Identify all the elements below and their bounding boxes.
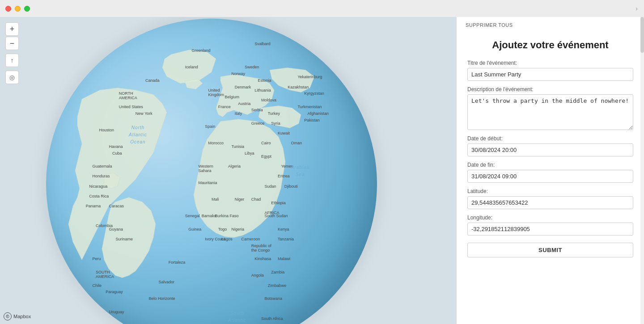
event-form: Ajoutez votre événement Titre de l'événe… [457, 17, 644, 268]
mapbox-logo: © Mapbox [4, 312, 31, 320]
mapbox-logo-icon: © [4, 312, 12, 320]
map-controls: + − ↑ ◎ [5, 22, 19, 84]
chevron-right-icon: › [636, 5, 638, 12]
right-panel: SUPPRIMER TOUS Ajoutez votre événement T… [456, 17, 644, 324]
latitude-field-group: Latitude: [467, 188, 633, 209]
map-attribution: © Mapbox [4, 312, 31, 320]
main-content: + − ↑ ◎ [0, 17, 644, 324]
start-date-input[interactable] [467, 143, 633, 156]
description-label: Description de l'événement: [467, 86, 633, 93]
close-button[interactable] [5, 6, 11, 12]
pin-mode-button[interactable]: ◎ [5, 71, 19, 84]
zoom-out-button[interactable]: − [5, 37, 19, 50]
longitude-field-group: Longitude: [467, 215, 633, 236]
end-date-label: Date de fin: [467, 162, 633, 168]
end-date-field-group: Date de fin: [467, 162, 633, 183]
scroll-track[interactable] [640, 17, 644, 324]
minimize-button[interactable] [15, 6, 21, 12]
compass-button[interactable]: ↑ [5, 54, 19, 67]
start-date-field-group: Date de début: [467, 135, 633, 156]
longitude-label: Longitude: [467, 215, 633, 221]
description-textarea[interactable]: Let's throw a party in the middle of now… [467, 94, 633, 130]
description-field-group: Description de l'événement: Let's throw … [467, 86, 633, 130]
start-date-label: Date de début: [467, 135, 633, 142]
form-title: Ajoutez votre événement [467, 39, 633, 51]
title-field-group: Titre de l'événement: [467, 60, 633, 81]
title-input[interactable] [467, 68, 633, 81]
title-label: Titre de l'événement: [467, 60, 633, 66]
latitude-input[interactable] [467, 196, 633, 209]
supprimer-tous-button[interactable]: SUPPRIMER TOUS [466, 22, 513, 28]
map-area[interactable]: + − ↑ ◎ [0, 17, 456, 324]
maximize-button[interactable] [24, 6, 30, 12]
globe[interactable]: GreenlandSvalbardIcelandSwedenNorwayCana… [46, 18, 377, 324]
globe-container: GreenlandSvalbardIcelandSwedenNorwayCana… [46, 18, 377, 324]
titlebar: › [0, 0, 644, 17]
traffic-lights [5, 6, 30, 12]
mapbox-logo-text: Mapbox [13, 314, 31, 319]
longitude-input[interactable] [467, 223, 633, 236]
submit-button[interactable]: SUBMIT [467, 243, 633, 257]
scroll-thumb[interactable] [640, 17, 644, 53]
latitude-label: Latitude: [467, 188, 633, 194]
zoom-in-button[interactable]: + [5, 22, 19, 36]
end-date-input[interactable] [467, 170, 633, 183]
